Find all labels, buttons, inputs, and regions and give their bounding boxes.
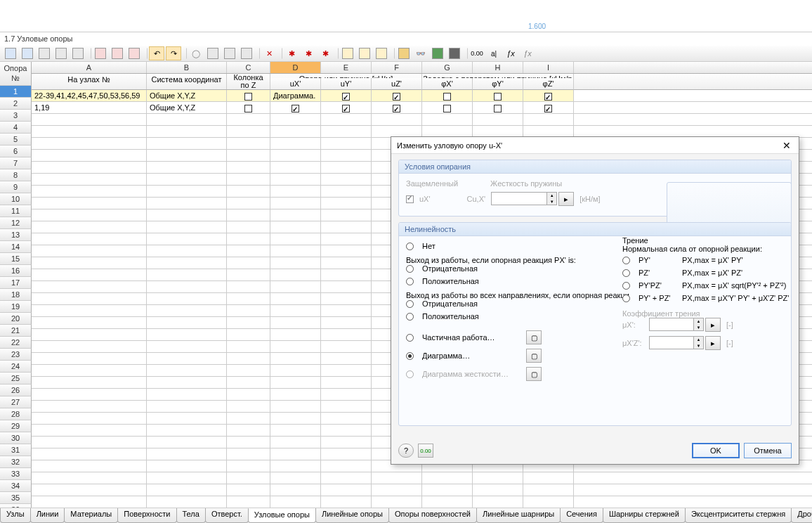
col-E[interactable]: E	[321, 62, 372, 73]
spinner-cu[interactable]: ▲▼	[547, 192, 557, 205]
radio-neg1[interactable]	[406, 265, 414, 273]
radio-pypluspz[interactable]	[622, 295, 630, 302]
row-header[interactable]: 4	[0, 122, 32, 134]
checkbox[interactable]	[244, 93, 252, 101]
checkbox[interactable]	[244, 105, 252, 112]
radio-py[interactable]	[622, 257, 630, 264]
tb-filter1-icon[interactable]: ✱	[284, 46, 299, 60]
tb-redo-icon[interactable]: ↷	[166, 46, 181, 60]
sheet-tab[interactable]: Тела	[176, 508, 206, 523]
spinner-mux[interactable]: ▲▼	[694, 318, 704, 331]
row-header[interactable]: 13	[0, 229, 32, 241]
col-G[interactable]: G	[422, 62, 473, 73]
tb-sort-down-icon[interactable]	[37, 46, 52, 60]
col-C[interactable]: C	[227, 62, 270, 73]
sheet-tab[interactable]: Узлы	[0, 508, 31, 523]
row-header[interactable]: 3	[0, 110, 32, 122]
checkbox[interactable]	[292, 105, 299, 112]
tb-list1-icon[interactable]	[340, 46, 355, 60]
col-F[interactable]: F	[372, 62, 422, 73]
row-header[interactable]: 2	[0, 98, 32, 110]
row-header[interactable]: 14	[0, 241, 32, 253]
table-row[interactable]	[32, 496, 812, 508]
row-header[interactable]: 25	[0, 373, 32, 385]
sheet-tab[interactable]: Сечения	[560, 508, 603, 523]
tb-units-icon[interactable]: 0.00	[469, 46, 485, 60]
btn-diag-stiff-edit[interactable]: ▢	[526, 367, 542, 381]
tb-undo-icon[interactable]: ↶	[149, 46, 164, 60]
row-header[interactable]: 32	[0, 456, 32, 468]
table-row[interactable]: 22-39,41,42,45,47,50,53,56,59Общие X,Y,Z…	[32, 90, 812, 102]
row-header[interactable]: 19	[0, 301, 32, 313]
checkbox[interactable]	[342, 93, 350, 101]
col-H[interactable]: H	[473, 62, 523, 73]
row-header[interactable]: 33	[0, 468, 32, 480]
row-header[interactable]: 24	[0, 361, 32, 373]
row-header[interactable]: 16	[0, 265, 32, 277]
checkbox[interactable]	[342, 105, 350, 112]
row-header[interactable]: 7	[0, 157, 32, 169]
btn-mux-more[interactable]: ▸	[705, 318, 721, 332]
tb-view1-icon[interactable]	[205, 46, 221, 60]
checkbox[interactable]	[544, 93, 552, 101]
row-header[interactable]: 26	[0, 385, 32, 396]
row-header[interactable]: 17	[0, 277, 32, 289]
row-header[interactable]: 12	[0, 217, 32, 229]
table-row[interactable]: 1,19Общие X,Y,Z	[32, 102, 812, 114]
row-header[interactable]: 34	[0, 480, 32, 492]
tb-globe-icon[interactable]: ◯	[188, 46, 204, 60]
sheet-tab[interactable]: Линии	[30, 508, 65, 523]
checkbox[interactable]	[393, 105, 400, 112]
tb-delete-icon[interactable]: ✕	[261, 46, 277, 60]
col-I[interactable]: I	[523, 62, 574, 73]
tb-align-icon[interactable]: a|	[486, 46, 502, 60]
sheet-tab[interactable]: Эксцентриситеты стержня	[685, 508, 792, 523]
col-D[interactable]: D	[270, 62, 321, 73]
sheet-tab[interactable]: Поверхности	[117, 508, 176, 523]
checkbox[interactable]	[544, 105, 552, 112]
tb-list2-icon[interactable]	[357, 46, 372, 60]
row-header[interactable]: 6	[0, 146, 32, 157]
input-cu[interactable]	[491, 192, 547, 205]
btn-partial-edit[interactable]: ▢	[526, 330, 542, 344]
btn-muxz-more[interactable]: ▸	[705, 336, 721, 350]
row-header[interactable]: 9	[0, 181, 32, 193]
radio-none[interactable]	[406, 243, 414, 250]
checkbox[interactable]	[443, 93, 451, 101]
tb-calc-icon[interactable]	[447, 46, 462, 60]
radio-neg2[interactable]	[406, 300, 414, 308]
table-row[interactable]	[32, 484, 812, 496]
help-icon[interactable]: ?	[398, 444, 414, 458]
tb-folder-icon[interactable]	[396, 46, 412, 60]
table-row[interactable]	[32, 472, 812, 484]
checkbox[interactable]	[393, 93, 400, 101]
radio-pypz[interactable]	[622, 282, 630, 290]
tb-fx-icon[interactable]: ƒx	[503, 46, 518, 60]
row-header[interactable]: 18	[0, 289, 32, 301]
btn-cu-more[interactable]: ▸	[558, 192, 574, 206]
radio-diagram[interactable]	[406, 352, 414, 360]
sheet-tab[interactable]: Линейные шарниры	[476, 508, 561, 523]
row-header[interactable]: 30	[0, 432, 32, 444]
radio-pos1[interactable]	[406, 278, 414, 285]
row-header[interactable]: 21	[0, 325, 32, 337]
col-A[interactable]: A	[32, 62, 147, 73]
input-muxz[interactable]	[649, 336, 694, 349]
btn-diagram-edit[interactable]: ▢	[526, 349, 542, 363]
spinner-muxz[interactable]: ▲▼	[694, 336, 704, 349]
row-header[interactable]: 11	[0, 205, 32, 217]
sheet-tab[interactable]: Узловые опоры	[248, 508, 316, 523]
tb-fx2-icon[interactable]: ƒx	[520, 46, 535, 60]
sheet-tab[interactable]: Линейные опоры	[315, 508, 389, 523]
row-header[interactable]: 1	[0, 86, 32, 98]
cancel-button[interactable]: Отмена	[744, 443, 792, 458]
tb-excel-icon[interactable]	[430, 46, 445, 60]
row-header[interactable]: 22	[0, 337, 32, 349]
table-row[interactable]	[32, 114, 812, 126]
row-header[interactable]: 29	[0, 420, 32, 432]
sheet-tab[interactable]: Отверст.	[205, 508, 249, 523]
col-B[interactable]: B	[147, 62, 227, 73]
tb-filter3-icon[interactable]: ✱	[317, 46, 333, 60]
tb-copy-icon[interactable]	[70, 46, 86, 60]
radio-pos2[interactable]	[406, 313, 414, 321]
